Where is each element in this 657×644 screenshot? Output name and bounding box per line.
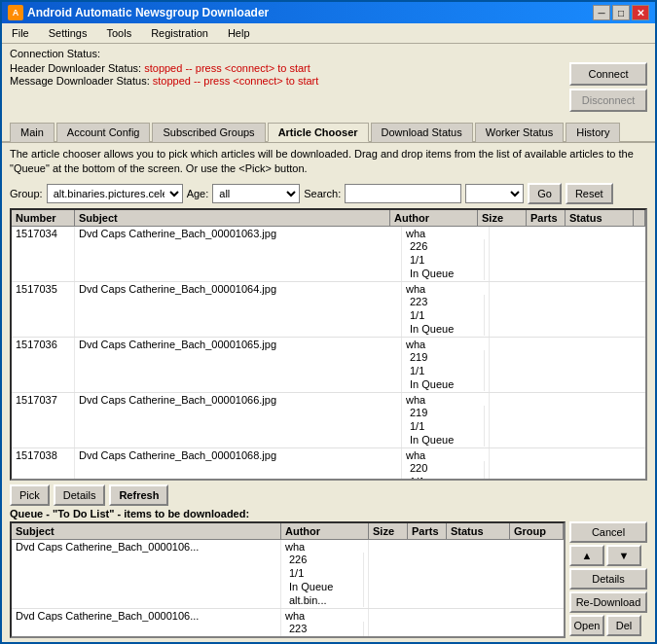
q-row-author: wha 223 1/1 In Queue alt.bin... xyxy=(281,609,369,636)
list-item[interactable]: Dvd Caps Catherine_Bach_0000106... wha 2… xyxy=(12,609,564,636)
app-icon: A xyxy=(8,5,23,20)
move-up-button[interactable]: ▲ xyxy=(569,545,604,566)
queue-details-button[interactable]: Details xyxy=(569,568,647,590)
filter-row: Group: alt.binaries.pictures.celeb ▼ Age… xyxy=(10,183,647,204)
row-author: wha 219 1/1 In Queue xyxy=(402,338,490,392)
row-number: 1517037 xyxy=(12,393,75,447)
table-header: Number Subject Author Size Parts Status xyxy=(12,210,645,227)
q-col-group: Group xyxy=(510,523,564,539)
tab-main[interactable]: Main xyxy=(10,123,55,142)
row-size: 219 xyxy=(406,350,485,364)
row-author: wha 223 1/1 In Queue xyxy=(402,282,490,337)
pick-button[interactable]: Pick xyxy=(10,484,50,506)
q-row-author: wha 226 1/1 In Queue alt.bin... xyxy=(281,540,369,608)
row-number: 1517035 xyxy=(12,282,75,337)
list-item[interactable]: Dvd Caps Catherine_Bach_0000106... wha 2… xyxy=(12,540,564,609)
q-col-status: Status xyxy=(447,523,510,539)
q-col-size: Size xyxy=(369,523,408,539)
col-parts: Parts xyxy=(527,210,566,226)
table-row[interactable]: 1517038 Dvd Caps Catherine_Bach_00001068… xyxy=(12,448,645,479)
row-subject: Dvd Caps Catherine_Bach_00001066.jpg xyxy=(75,393,402,447)
title-bar-left: A Android Automatic Newsgroup Downloader xyxy=(8,5,269,20)
content-area: The article chooser allows you to pick w… xyxy=(2,143,655,642)
message-status-label: Message Downloader Status: xyxy=(10,75,150,87)
queue-buttons: Cancel ▲ ▼ Details Re-Download Open Del xyxy=(569,521,647,638)
title-buttons: ─ □ ✕ xyxy=(593,5,649,20)
connection-label: Connection Status: xyxy=(10,48,647,59)
menu-file[interactable]: File xyxy=(6,25,35,41)
row-parts: 1/1 xyxy=(406,253,485,267)
q-col-parts: Parts xyxy=(408,523,447,539)
row-status: In Queue xyxy=(406,267,485,280)
row-status: In Queue xyxy=(406,322,485,336)
connect-button[interactable]: Connect xyxy=(569,62,647,86)
q-row-size: 223 xyxy=(285,622,364,635)
q-row-size: 226 xyxy=(285,553,364,566)
row-number: 1517034 xyxy=(12,227,75,281)
table-row[interactable]: 1517034 Dvd Caps Catherine_Bach_00001063… xyxy=(12,227,645,282)
queue-area: Subject Author Size Parts Status Group D… xyxy=(10,521,647,638)
article-table: Number Subject Author Size Parts Status … xyxy=(10,208,647,481)
tab-download-status[interactable]: Download Status xyxy=(371,123,473,142)
row-parts: 1/1 xyxy=(406,364,485,377)
queue-body[interactable]: Dvd Caps Catherine_Bach_0000106... wha 2… xyxy=(12,540,564,636)
table-body[interactable]: 1517034 Dvd Caps Catherine_Bach_00001063… xyxy=(12,227,645,479)
tab-account-config[interactable]: Account Config xyxy=(56,123,151,142)
row-number: 1517038 xyxy=(12,448,75,479)
group-select[interactable]: alt.binaries.pictures.celeb ▼ xyxy=(47,184,183,203)
connection-buttons: Connect Disconnect xyxy=(569,62,647,112)
connection-panel: Connection Status: Header Downloader Sta… xyxy=(2,44,655,118)
q-col-subject: Subject xyxy=(12,523,281,539)
row-status: In Queue xyxy=(406,377,485,391)
open-button[interactable]: Open xyxy=(569,615,604,636)
menu-help[interactable]: Help xyxy=(222,25,256,41)
search-type-select[interactable] xyxy=(465,184,524,203)
window-title: Android Automatic Newsgroup Downloader xyxy=(27,6,269,19)
col-subject: Subject xyxy=(75,210,390,226)
q-row-subject: Dvd Caps Catherine_Bach_0000106... xyxy=(12,609,281,636)
minimize-button[interactable]: ─ xyxy=(593,5,610,20)
move-down-button[interactable]: ▼ xyxy=(606,545,641,566)
cancel-button[interactable]: Cancel xyxy=(569,521,647,543)
menu-registration[interactable]: Registration xyxy=(145,25,214,41)
title-bar: A Android Automatic Newsgroup Downloader… xyxy=(2,2,655,23)
row-subject: Dvd Caps Catherine_Bach_00001068.jpg xyxy=(75,448,402,479)
age-select[interactable]: all xyxy=(212,184,300,203)
tab-article-chooser[interactable]: Article Chooser xyxy=(268,123,369,142)
action-row: Pick Details Refresh xyxy=(10,484,647,506)
age-label: Age: xyxy=(187,188,209,199)
row-author: wha 220 1/1 In Queue xyxy=(402,448,490,479)
row-subject: Dvd Caps Catherine_Bach_00001064.jpg xyxy=(75,282,402,337)
table-row[interactable]: 1517036 Dvd Caps Catherine_Bach_00001065… xyxy=(12,338,645,393)
maximize-button[interactable]: □ xyxy=(612,5,630,20)
q-row-status: In Queue xyxy=(285,580,364,593)
refresh-button[interactable]: Refresh xyxy=(109,484,168,506)
reset-button[interactable]: Reset xyxy=(566,183,613,204)
q-col-author: Author xyxy=(281,523,369,539)
header-status-value: stopped -- press <connect> to start xyxy=(144,62,310,74)
tab-history[interactable]: History xyxy=(566,123,620,142)
row-author: wha 219 1/1 In Queue xyxy=(402,393,490,447)
menu-bar: File Settings Tools Registration Help xyxy=(2,23,655,44)
search-input[interactable] xyxy=(345,184,461,203)
col-status: Status xyxy=(566,210,634,226)
row-number: 1517036 xyxy=(12,338,75,392)
disconnect-button[interactable]: Disconnect xyxy=(569,89,647,112)
status-lines: Header Downloader Status: stopped -- pre… xyxy=(10,62,318,87)
menu-tools[interactable]: Tools xyxy=(100,25,137,41)
queue-table: Subject Author Size Parts Status Group D… xyxy=(10,521,566,638)
redownload-button[interactable]: Re-Download xyxy=(569,591,647,613)
table-row[interactable]: 1517035 Dvd Caps Catherine_Bach_00001064… xyxy=(12,282,645,338)
tab-worker-status[interactable]: Worker Status xyxy=(475,123,565,142)
close-button[interactable]: ✕ xyxy=(632,5,649,20)
menu-settings[interactable]: Settings xyxy=(43,25,93,41)
description-text: The article chooser allows you to pick w… xyxy=(10,147,647,177)
tab-subscribed-groups[interactable]: Subscribed Groups xyxy=(152,123,265,142)
col-author: Author xyxy=(390,210,478,226)
article-details-button[interactable]: Details xyxy=(54,484,106,506)
go-button[interactable]: Go xyxy=(528,183,562,204)
row-subject: Dvd Caps Catherine_Bach_00001063.jpg xyxy=(75,227,402,281)
del-button[interactable]: Del xyxy=(606,615,641,636)
table-row[interactable]: 1517037 Dvd Caps Catherine_Bach_00001066… xyxy=(12,393,645,448)
header-status-label: Header Downloader Status: xyxy=(10,62,141,74)
